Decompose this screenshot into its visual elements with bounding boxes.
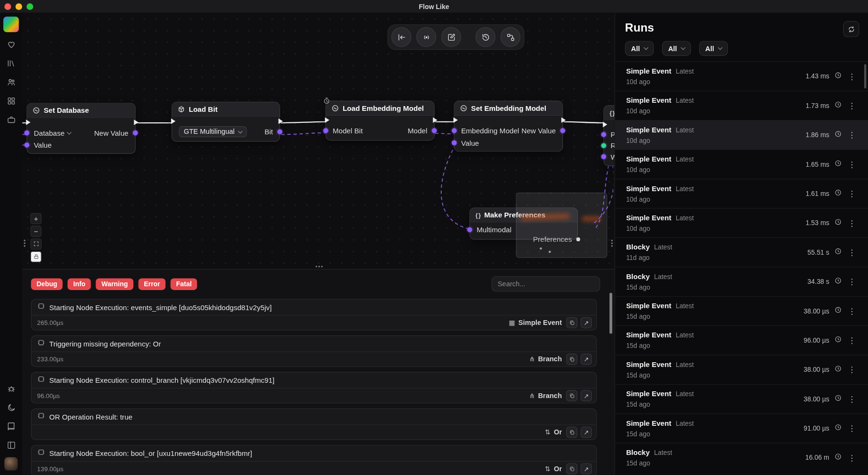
- exec-in-pin[interactable]: [171, 119, 175, 124]
- value-pin[interactable]: Value: [34, 141, 52, 149]
- run-menu-button[interactable]: ⋮: [847, 218, 857, 227]
- right-panel-resize-handle[interactable]: [610, 238, 614, 248]
- exec-out-pin[interactable]: [561, 118, 565, 123]
- run-menu-button[interactable]: ⋮: [847, 395, 857, 404]
- user-avatar[interactable]: [4, 457, 18, 471]
- open-log-button[interactable]: ↗: [581, 390, 592, 401]
- exec-in-pin[interactable]: [454, 118, 458, 123]
- embedding-model-pin[interactable]: Embedding Model: [461, 127, 519, 135]
- runs-scrollbar[interactable]: [864, 64, 867, 88]
- run-row[interactable]: Simple Event Latest 10d ago 1.73 ms ⋮: [615, 91, 868, 120]
- dark-mode-moon-icon[interactable]: [4, 401, 18, 414]
- pin-dot[interactable]: [601, 132, 606, 137]
- annotate-button[interactable]: [441, 27, 461, 47]
- left-panel-resize-handle[interactable]: [22, 238, 26, 248]
- truncated-pin-3[interactable]: W: [610, 152, 614, 161]
- pin-dot[interactable]: [601, 154, 606, 159]
- briefcase-icon[interactable]: [4, 113, 18, 126]
- exec-out-pin[interactable]: [134, 119, 138, 125]
- docs-book-icon[interactable]: [4, 420, 18, 433]
- node-header[interactable]: Set Embedding Model: [455, 101, 563, 116]
- multimodal-pin[interactable]: Multimodal: [477, 226, 511, 234]
- run-menu-button[interactable]: ⋮: [847, 101, 857, 110]
- open-log-button[interactable]: ↗: [581, 427, 592, 438]
- copy-log-button[interactable]: [566, 463, 577, 474]
- exec-out-pin[interactable]: [279, 119, 283, 124]
- value-pin-dot[interactable]: [24, 142, 29, 147]
- bit-select[interactable]: GTE Multilingual: [179, 126, 247, 137]
- log-entry[interactable]: Triggering missing dependency: Or 233.00…: [31, 335, 597, 367]
- run-menu-button[interactable]: ⋮: [847, 277, 857, 286]
- value-pin[interactable]: Value: [461, 139, 479, 147]
- runs-filter-select[interactable]: All: [662, 41, 691, 56]
- run-menu-button[interactable]: ⋮: [847, 189, 857, 198]
- multimodal-pin-dot[interactable]: [467, 227, 472, 232]
- node-header[interactable]: Set Database: [27, 104, 135, 118]
- node-load-embedding-model[interactable]: Load Embedding Model Model Bit Model: [326, 101, 434, 140]
- favorites-heart-icon[interactable]: [4, 38, 18, 51]
- history-button[interactable]: [476, 27, 496, 47]
- new-value-pin[interactable]: New Value: [94, 129, 129, 137]
- exec-in-pin[interactable]: [603, 122, 607, 128]
- copy-log-button[interactable]: [566, 390, 577, 401]
- run-row[interactable]: Blocky Latest 15d ago 34.38 s ⋮: [615, 267, 868, 296]
- workflow-button[interactable]: [500, 27, 521, 47]
- users-icon[interactable]: [4, 76, 18, 89]
- flow-canvas[interactable]: Set Database Database New Value V: [22, 13, 614, 269]
- run-menu-button[interactable]: ⋮: [847, 453, 857, 463]
- run-menu-button[interactable]: ⋮: [847, 130, 857, 140]
- log-entry[interactable]: OR Operation Result: true ⇅ Or ↗: [31, 409, 597, 440]
- broadcast-button[interactable]: [416, 27, 436, 47]
- run-menu-button[interactable]: ⋮: [847, 307, 857, 316]
- node-load-bit[interactable]: Load Bit GTE Multilingual Bit: [172, 102, 280, 141]
- fit-view-button[interactable]: [31, 238, 42, 249]
- run-row[interactable]: Blocky Latest 15d ago 16.06 m ⋮: [615, 443, 868, 472]
- exec-in-pin[interactable]: [26, 119, 30, 125]
- run-row[interactable]: Simple Event Latest 15d ago 38.00 µs ⋮: [615, 355, 868, 384]
- new-value-pin[interactable]: New Value: [521, 127, 556, 135]
- panel-layout-icon[interactable]: [4, 438, 18, 452]
- log-entry[interactable]: Starting Node Execution: bool_or [uxu1ne…: [31, 445, 597, 475]
- copy-log-button[interactable]: [566, 427, 577, 438]
- model-bit-pin-dot[interactable]: [323, 128, 328, 133]
- apps-grid-icon[interactable]: [4, 94, 18, 108]
- new-value-pin-dot[interactable]: [560, 128, 565, 133]
- run-row[interactable]: Simple Event Latest 10d ago 1.43 ms ⋮: [615, 62, 868, 91]
- log-level-filter-chip[interactable]: Warning: [96, 278, 133, 290]
- exec-in-pin[interactable]: [325, 118, 329, 123]
- run-row[interactable]: Blocky Latest 11d ago 55.51 s ⋮: [615, 238, 868, 267]
- log-level-filter-chip[interactable]: Fatal: [171, 278, 197, 290]
- node-set-database[interactable]: Set Database Database New Value V: [27, 103, 136, 154]
- open-log-button[interactable]: ↗: [581, 354, 592, 365]
- run-row[interactable]: Simple Event Latest 15d ago 91.00 µs ⋮: [615, 413, 868, 443]
- step-into-button[interactable]: [391, 27, 412, 47]
- embedding-model-pin-dot[interactable]: [452, 128, 456, 133]
- node-set-embedding-model[interactable]: Set Embedding Model Embedding Model New …: [454, 101, 563, 152]
- run-row[interactable]: Simple Event Latest 15d ago 38.00 µs ⋮: [615, 384, 868, 413]
- node-header[interactable]: Load Embedding Model: [326, 101, 434, 116]
- exec-out-pin[interactable]: [433, 118, 437, 123]
- new-value-pin-dot[interactable]: [133, 130, 138, 135]
- model-bit-pin[interactable]: Model Bit: [333, 127, 363, 135]
- log-entry[interactable]: Starting Node Execution: control_branch …: [31, 372, 597, 403]
- library-icon[interactable]: [4, 56, 18, 70]
- truncated-pin-1[interactable]: Pr: [610, 130, 614, 139]
- run-row[interactable]: Simple Event Latest 15d ago 38.00 µs ⋮: [615, 296, 868, 325]
- lock-canvas-button[interactable]: [31, 251, 42, 262]
- debug-bug-icon[interactable]: [4, 382, 18, 395]
- run-row[interactable]: Simple Event Latest 15d ago 96.00 µs ⋮: [615, 325, 868, 355]
- log-panel-resize-handle[interactable]: [314, 265, 324, 269]
- copy-log-button[interactable]: [566, 354, 577, 365]
- log-search-input[interactable]: [491, 276, 600, 291]
- log-entry[interactable]: Starting Node Execution: events_simple […: [31, 299, 597, 330]
- run-menu-button[interactable]: ⋮: [847, 72, 857, 81]
- model-pin-dot[interactable]: [432, 128, 436, 133]
- model-pin[interactable]: Model: [408, 127, 427, 135]
- run-row[interactable]: Simple Event Latest 10d ago 1.86 ms ⋮: [615, 120, 868, 149]
- run-row[interactable]: Simple Event Latest 10d ago 1.61 ms ⋮: [615, 179, 868, 208]
- open-log-button[interactable]: ↗: [581, 463, 592, 474]
- open-log-button[interactable]: ↗: [581, 317, 592, 328]
- zoom-in-button[interactable]: +: [31, 213, 42, 224]
- zoom-out-button[interactable]: −: [31, 226, 42, 237]
- value-pin-dot[interactable]: [452, 140, 456, 145]
